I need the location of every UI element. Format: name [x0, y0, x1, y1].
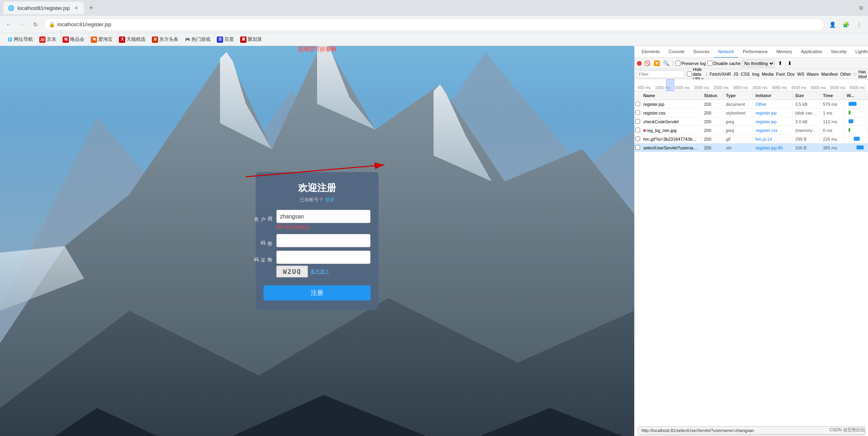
register-submit-button[interactable]: 注册 [264, 285, 371, 300]
tab-close-button[interactable]: ✕ [73, 5, 79, 11]
header-initiator[interactable]: Initiator [753, 93, 793, 98]
export-button[interactable]: ⬇ [786, 59, 794, 67]
fetch-xhr-filter[interactable]: Fetch/XHR [709, 72, 731, 76]
network-row-3[interactable]: ■ reg_bg_min.jpg 200 jpeg register.css (… [635, 126, 868, 135]
captcha-image[interactable]: W2UQ [276, 266, 308, 277]
bookmark-jd[interactable]: JD 京东 [37, 35, 59, 44]
row-checkbox-1[interactable] [635, 110, 640, 115]
bookmark-dongfang[interactable]: 东 东方头条 [149, 35, 181, 44]
devtools-tab-network[interactable]: Network [714, 46, 738, 58]
devtools-tab-memory[interactable]: Memory [772, 46, 796, 58]
profile-button[interactable]: 👤 [827, 19, 838, 30]
active-tab[interactable]: 🌐 localhost81/register.jsp ✕ [3, 2, 84, 14]
header-name[interactable]: Name [641, 93, 702, 98]
network-row-2[interactable]: checkCodeServlet 200 jpeg register.jsp 3… [635, 117, 868, 126]
lock-icon: 🔒 [49, 21, 55, 27]
img-filter[interactable]: Img [752, 72, 759, 76]
record-button[interactable] [637, 61, 642, 66]
header-time[interactable]: Time [820, 93, 844, 98]
header-waterfall[interactable]: W... [844, 93, 868, 98]
network-table-header: Name Status Type Initiator Size Time W..… [635, 91, 868, 100]
row-initiator-2: register.jsp [753, 119, 793, 124]
disable-cache-input[interactable] [707, 61, 713, 66]
row-checkbox-5[interactable] [635, 145, 640, 150]
network-row-4[interactable]: hm.gif?si=3b231847743b9335bfaccda43a1abc… [635, 135, 868, 143]
row-checkbox-0[interactable] [635, 101, 640, 106]
manifest-filter[interactable]: Manifest [821, 72, 838, 76]
clear-button[interactable]: 🚫 [643, 59, 651, 67]
row-checkbox-3[interactable] [635, 128, 640, 132]
reload-button[interactable]: ↻ [30, 19, 41, 30]
ws-filter[interactable]: WS [797, 72, 805, 76]
network-rows: register.jsp 200 document Other 3.5 kB 5… [635, 100, 868, 425]
username-error: 用户名已经存在 [276, 224, 371, 231]
devtools-tab-elements[interactable]: Elements [638, 46, 664, 58]
row-type-4: gif [723, 137, 753, 142]
username-input[interactable] [276, 210, 371, 223]
bookmark-label-games: 热门游戏 [191, 36, 210, 43]
network-table: Name Status Type Initiator Size Time W..… [635, 91, 868, 425]
restore-button[interactable]: ⧉ [857, 4, 865, 12]
row-waterfall-3 [844, 128, 868, 133]
address-bar[interactable]: 🔒 localhost:81/register.jsp [44, 18, 824, 31]
search-button[interactable]: 🔍 [662, 59, 670, 67]
header-size[interactable]: Size [793, 93, 820, 98]
extensions-button[interactable]: 🧩 [840, 19, 851, 30]
row-size-2: 3.0 kB [793, 119, 820, 124]
devtools-tab-performance[interactable]: Performance [739, 46, 772, 58]
bookmark-weipinhui[interactable]: 唯 唯品会 [60, 35, 87, 44]
font-filter[interactable]: Font [776, 72, 785, 76]
devtools-tab-lighthouse[interactable]: Lighthouse [851, 46, 868, 58]
devtools-tab-security[interactable]: Security [827, 46, 851, 58]
login-link[interactable]: 登录 [325, 197, 335, 203]
timeline-bar: 500 ms 1000 ms 1500 ms 2000 ms 2500 ms 3… [635, 79, 868, 91]
nav-bar: ← → ↻ 🔒 localhost:81/register.jsp 👤 🧩 ⋮ [0, 16, 868, 33]
captcha-input[interactable] [276, 251, 371, 264]
row-checkbox-2[interactable] [635, 119, 640, 124]
bookmark-baidu[interactable]: 百 百度 [214, 35, 236, 44]
captcha-refresh-link[interactable]: 看不清？ [310, 268, 329, 275]
tab-bar: 🌐 localhost81/register.jsp ✕ + ⧉ [0, 0, 868, 16]
bookmark-juhuasuan[interactable]: 聚 聚划算 [238, 35, 264, 44]
js-filter[interactable]: JS [733, 72, 738, 76]
filter-toggle[interactable]: 🔽 [653, 59, 661, 67]
media-filter[interactable]: Media [762, 72, 774, 76]
has-blocked-filter[interactable]: Has blod [858, 69, 867, 79]
row-name-5: selectUserServlet?username=zhangsan [641, 145, 702, 150]
bookmark-tianmao[interactable]: 天 天猫精选 [117, 35, 148, 44]
new-tab-button[interactable]: + [86, 2, 97, 13]
preserve-log-input[interactable] [675, 61, 681, 66]
disable-cache-checkbox[interactable]: Disable cache [707, 61, 741, 66]
css-filter[interactable]: CSS [741, 72, 750, 76]
password-input[interactable] [276, 234, 371, 247]
header-type[interactable]: Type [723, 93, 753, 98]
devtools-tab-sources[interactable]: Sources [689, 46, 713, 58]
row-checkbox-4[interactable] [635, 136, 640, 141]
import-button[interactable]: ⬆ [776, 59, 784, 67]
bookmark-aitaobao[interactable]: 淘 爱淘宝 [88, 35, 115, 44]
forward-button[interactable]: → [17, 19, 28, 30]
row-status-4: 200 [702, 137, 723, 142]
network-row-5[interactable]: selectUserServlet?username=zhangsan 200 … [635, 143, 868, 152]
register-title: 欢迎注册 [264, 182, 371, 194]
bookmark-icon-games: 🎮 [185, 37, 190, 42]
preserve-log-checkbox[interactable]: Preserve log [675, 61, 706, 66]
row-name-2: checkCodeServlet [641, 119, 702, 124]
network-row-0[interactable]: register.jsp 200 document Other 3.5 kB 5… [635, 100, 868, 109]
bookmark-wangzhi[interactable]: 🌐 网址导航 [5, 35, 35, 44]
hide-data-urls-input[interactable] [687, 71, 692, 76]
back-button[interactable]: ← [3, 19, 14, 30]
wasm-filter[interactable]: Wasm [807, 72, 819, 76]
network-row-1[interactable]: register.css 200 stylesheet register.jsp… [635, 109, 868, 117]
throttle-select[interactable]: No throttling [742, 59, 775, 67]
doc-filter[interactable]: Doc [787, 72, 795, 76]
filter-input[interactable] [637, 70, 684, 78]
header-status[interactable]: Status [702, 93, 723, 98]
devtools-tab-console[interactable]: Console [665, 46, 688, 58]
bookmark-games[interactable]: 🎮 热门游戏 [182, 35, 213, 44]
settings-button[interactable]: ⋮ [854, 19, 865, 30]
devtools-tab-application[interactable]: Application [797, 46, 826, 58]
other-filter[interactable]: Other [840, 72, 851, 76]
timeline-selection[interactable] [666, 79, 674, 91]
bookmark-icon-weipinhui: 唯 [63, 36, 69, 43]
